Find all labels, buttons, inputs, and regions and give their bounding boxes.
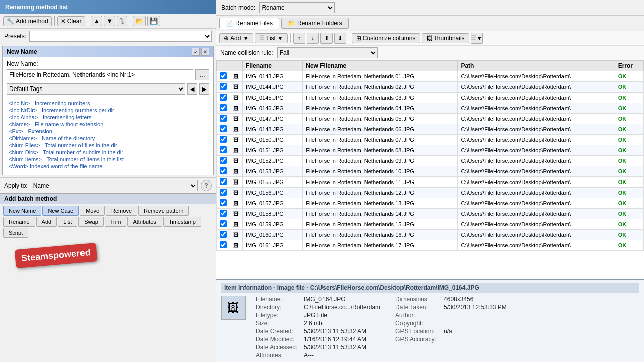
tag-link[interactable]: <Inc Nr> - Incrementing numbers [8,100,208,107]
col-new-filename[interactable]: New Filename [303,61,458,71]
row-checkbox[interactable] [217,103,230,114]
table-row[interactable]: 🖼 IMG_0145.JPG FileHorse in Rottedam, Ne… [217,93,644,103]
file-table-container[interactable]: Filename New Filename Path Error 🖼 IMG_0… [216,60,644,279]
batch-mode-select[interactable]: Rename Copy Move Hardlink [259,2,335,13]
batch-btn-script[interactable]: Script [3,228,28,238]
row-checkbox[interactable] [217,166,230,177]
row-checkbox[interactable] [217,188,230,198]
batch-btn-add[interactable]: Add [36,217,57,227]
batch-btn-list[interactable]: List [58,217,77,227]
batch-btn-remove-pattern[interactable]: Remove pattern [138,206,189,216]
table-row[interactable]: 🖼 IMG_0148.JPG FileHorse in Rottedam, Ne… [217,124,644,135]
move-up-files-button[interactable]: ⬆ [320,33,333,44]
collision-select[interactable]: Fail Skip Overwrite [277,47,378,58]
row-checkbox[interactable] [217,135,230,145]
batch-btn-swap[interactable]: Swap [78,217,104,227]
table-row[interactable]: 🖼 IMG_0155.JPG FileHorse in Rottedam, Ne… [217,177,644,188]
sort-button[interactable]: ⇅ [117,16,127,26]
new-name-close-button[interactable]: ✕ [201,48,209,56]
tag-link[interactable]: <Num Dirs> - Total number of subdirs in … [8,149,208,156]
table-row[interactable]: 🖼 IMG_0156.JPG FileHorse in Rottedam, Ne… [217,188,644,198]
info-row-gps-location: GPS Location: n/a [395,328,507,335]
row-path: C:\Users\FileHorse.com\Desktop\Rotterdam… [458,156,615,166]
row-checkbox[interactable] [217,93,230,103]
row-checkbox[interactable] [217,198,230,209]
move-down-files-button[interactable]: ⬇ [334,33,346,44]
sort-desc-button[interactable]: ↓ [307,33,319,44]
clear-button[interactable]: ✕ Clear [57,16,86,26]
batch-btn-remove[interactable]: Remove [106,206,137,216]
row-error: OK [615,145,643,156]
table-row[interactable]: 🖼 IMG_0159.JPG FileHorse in Rottedam, Ne… [217,219,644,230]
table-row[interactable]: 🖼 IMG_0157.JPG FileHorse in Rottedam, Ne… [217,198,644,209]
batch-btn-attributes[interactable]: Attributes [127,217,162,227]
row-path: C:\Users\FileHorse.com\Desktop\Rotterdam… [458,240,615,251]
table-row[interactable]: 🖼 IMG_0161.JPG FileHorse in Rottedam, Ne… [217,240,644,251]
nav-next-button[interactable]: ▶ [199,83,209,95]
table-row[interactable]: 🖼 IMG_0143.JPG FileHorse in Rottedam, Ne… [217,71,644,82]
col-path[interactable]: Path [458,61,615,71]
browse-button[interactable]: … [195,69,209,80]
table-row[interactable]: 🖼 IMG_0152.JPG FileHorse in Rottedam, Ne… [217,156,644,166]
apply-select[interactable]: Name [31,180,198,191]
row-error: OK [615,219,643,230]
tag-link[interactable]: <Num Items> - Total number of items in t… [8,156,208,163]
tag-link[interactable]: <Num Files> - Total number of files in t… [8,142,208,149]
batch-btn-new-name[interactable]: New Name [3,206,41,216]
tag-link[interactable]: <Word> Indexed word of the file name [8,163,208,170]
table-row[interactable]: 🖼 IMG_0153.JPG FileHorse in Rottedam, Ne… [217,166,644,177]
thumbnails-button[interactable]: 🖼 Thumbnails [422,33,469,43]
batch-btn-new-case[interactable]: New Case [42,206,79,216]
table-row[interactable]: 🖼 IMG_0147.JPG FileHorse in Rottedam, Ne… [217,114,644,124]
row-checkbox[interactable] [217,145,230,156]
new-name-input[interactable] [7,69,193,80]
sort-asc-button[interactable]: ↑ [293,33,305,44]
move-up-button[interactable]: ▲ [91,16,102,26]
table-row[interactable]: 🖼 IMG_0151.JPG FileHorse in Rottedam, Ne… [217,145,644,156]
row-new-filename: FileHorse in Rottedam, Netherlands 08.JP… [303,145,458,156]
batch-btn-rename[interactable]: Rename [3,217,35,227]
row-checkbox[interactable] [217,156,230,166]
new-name-check-button[interactable]: ✓ [192,48,200,56]
presets-select[interactable] [29,31,212,42]
col-error[interactable]: Error [615,61,643,71]
tag-link[interactable]: <Inc Alpha> - Incrementing letters [8,114,208,121]
tag-link[interactable]: <Inc NrDir> - Incrementing numbers per d… [8,107,208,114]
list-button[interactable]: ☰ List ▼ [255,33,288,43]
table-row[interactable]: 🖼 IMG_0150.JPG FileHorse in Rottedam, Ne… [217,135,644,145]
move-down-button[interactable]: ▼ [104,16,115,26]
row-checkbox[interactable] [217,114,230,124]
table-row[interactable]: 🖼 IMG_0160.JPG FileHorse in Rottedam, Ne… [217,230,644,240]
table-row[interactable]: 🖼 IMG_0144.JPG FileHorse in Rottedam, Ne… [217,82,644,93]
row-checkbox[interactable] [217,209,230,219]
batch-btn-move[interactable]: Move [80,206,105,216]
tag-link[interactable]: <DirName> - Name of the directory [8,135,208,142]
row-checkbox[interactable] [217,82,230,93]
open-button[interactable]: 📂 [133,16,146,26]
col-filename[interactable]: Filename [243,61,303,71]
add-method-button[interactable]: 🔧 Add method [3,16,52,26]
batch-btn-timestamp[interactable]: Timestamp [163,217,201,227]
add-button[interactable]: ⊕ Add ▼ [219,33,253,43]
help-button[interactable]: ? [201,180,212,191]
save-button[interactable]: 💾 [147,16,160,26]
table-row[interactable]: 🖼 IMG_0158.JPG FileHorse in Rottedam, Ne… [217,209,644,219]
tag-link[interactable]: <Ext> - Extension [8,128,208,135]
row-checkbox[interactable] [217,177,230,188]
nav-prev-button[interactable]: ◀ [187,83,197,95]
tags-select[interactable]: Default Tags [7,83,185,95]
info-row-accessed: Date Accessed: 5/30/2013 11:53:32 AM [256,344,380,351]
row-checkbox[interactable] [217,240,230,251]
view-options-button[interactable]: ☰▼ [471,33,483,44]
row-checkbox[interactable] [217,230,230,240]
row-checkbox[interactable] [217,71,230,82]
tag-link[interactable]: <Name> - File name without extension [8,121,208,128]
row-checkbox[interactable] [217,124,230,135]
tab-rename-files[interactable]: 📄 Rename Files [219,18,279,29]
row-checkbox[interactable] [217,219,230,230]
table-row[interactable]: 🖼 IMG_0146.JPG FileHorse in Rottedam, Ne… [217,103,644,114]
tab-rename-folders[interactable]: 📁 Rename Folders [281,18,349,29]
batch-btn-trim[interactable]: Trim [105,217,127,227]
list-label: List [266,35,276,42]
customize-columns-button[interactable]: ⊞ Customize columns [352,33,420,43]
